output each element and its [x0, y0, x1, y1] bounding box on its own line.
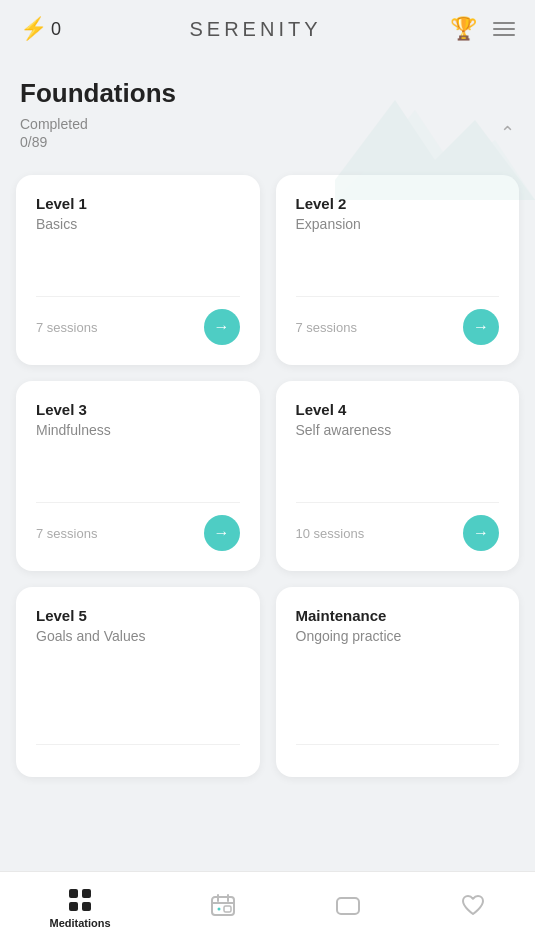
svg-point-8	[217, 907, 220, 910]
card-bottom: 10 sessions →	[296, 502, 500, 551]
streak-count: 0	[51, 19, 61, 40]
navigate-button[interactable]: →	[463, 515, 499, 551]
card-bottom: 7 sessions →	[36, 502, 240, 551]
header: ⚡ 0 SERENITY 🏆	[0, 0, 535, 58]
section-title: Foundations	[20, 78, 515, 109]
level-card-4[interactable]: Level 4 Self awareness 10 sessions →	[276, 381, 520, 571]
card-level: Level 2	[296, 195, 500, 212]
level-card-1[interactable]: Level 1 Basics 7 sessions →	[16, 175, 260, 365]
sessions-label: 7 sessions	[36, 320, 97, 335]
level-card-5[interactable]: Level 5 Goals and Values	[16, 587, 260, 777]
cards-grid: Level 1 Basics 7 sessions → Level 2 Expa…	[0, 159, 535, 793]
card-subtitle: Expansion	[296, 216, 500, 232]
card-top: Level 5 Goals and Values	[36, 607, 240, 644]
card-level: Maintenance	[296, 607, 500, 624]
level-card-2[interactable]: Level 2 Expansion 7 sessions →	[276, 175, 520, 365]
card-subtitle: Goals and Values	[36, 628, 240, 644]
calendar-icon	[210, 893, 236, 919]
menu-button[interactable]	[493, 22, 515, 36]
section-meta: Completed 0/89 ⌃	[20, 115, 515, 151]
sessions-label: 7 sessions	[36, 526, 97, 541]
trophy-icon[interactable]: 🏆	[450, 16, 477, 42]
bottom-nav: Meditations	[0, 871, 535, 951]
nav-item-player[interactable]	[319, 889, 377, 927]
player-icon	[335, 893, 361, 919]
card-bottom	[36, 744, 240, 757]
card-level: Level 1	[36, 195, 240, 212]
nav-label-meditations: Meditations	[49, 917, 110, 929]
card-level: Level 5	[36, 607, 240, 624]
card-subtitle: Mindfulness	[36, 422, 240, 438]
completed-count: 0/89	[20, 134, 47, 150]
sessions-label: 10 sessions	[296, 526, 365, 541]
svg-rect-2	[69, 902, 78, 911]
svg-rect-9	[224, 906, 231, 912]
maintenance-card[interactable]: Maintenance Ongoing practice	[276, 587, 520, 777]
svg-rect-3	[82, 902, 91, 911]
nav-item-calendar[interactable]	[194, 889, 252, 927]
heart-icon	[460, 893, 486, 919]
completed-info: Completed 0/89	[20, 115, 88, 151]
card-subtitle: Ongoing practice	[296, 628, 500, 644]
app-title: SERENITY	[189, 18, 321, 41]
header-actions: 🏆	[450, 16, 515, 42]
sessions-label: 7 sessions	[296, 320, 357, 335]
collapse-chevron-icon[interactable]: ⌃	[500, 122, 515, 144]
svg-rect-10	[337, 898, 359, 914]
card-subtitle: Self awareness	[296, 422, 500, 438]
nav-item-meditations[interactable]: Meditations	[33, 883, 126, 933]
lightning-icon: ⚡	[20, 16, 47, 42]
section-header: Foundations Completed 0/89 ⌃	[0, 58, 535, 159]
level-card-3[interactable]: Level 3 Mindfulness 7 sessions →	[16, 381, 260, 571]
card-top: Maintenance Ongoing practice	[296, 607, 500, 644]
svg-rect-1	[82, 889, 91, 898]
card-top: Level 4 Self awareness	[296, 401, 500, 438]
navigate-button[interactable]: →	[463, 309, 499, 345]
card-top: Level 1 Basics	[36, 195, 240, 232]
svg-rect-0	[69, 889, 78, 898]
card-level: Level 4	[296, 401, 500, 418]
card-bottom: 7 sessions →	[36, 296, 240, 345]
grid-icon	[67, 887, 93, 913]
streak-section: ⚡ 0	[20, 16, 61, 42]
card-top: Level 3 Mindfulness	[36, 401, 240, 438]
navigate-button[interactable]: →	[204, 515, 240, 551]
completed-label: Completed	[20, 116, 88, 132]
card-top: Level 2 Expansion	[296, 195, 500, 232]
card-subtitle: Basics	[36, 216, 240, 232]
navigate-button[interactable]: →	[204, 309, 240, 345]
nav-item-favorites[interactable]	[444, 889, 502, 927]
card-bottom: 7 sessions →	[296, 296, 500, 345]
card-level: Level 3	[36, 401, 240, 418]
card-bottom	[296, 744, 500, 757]
